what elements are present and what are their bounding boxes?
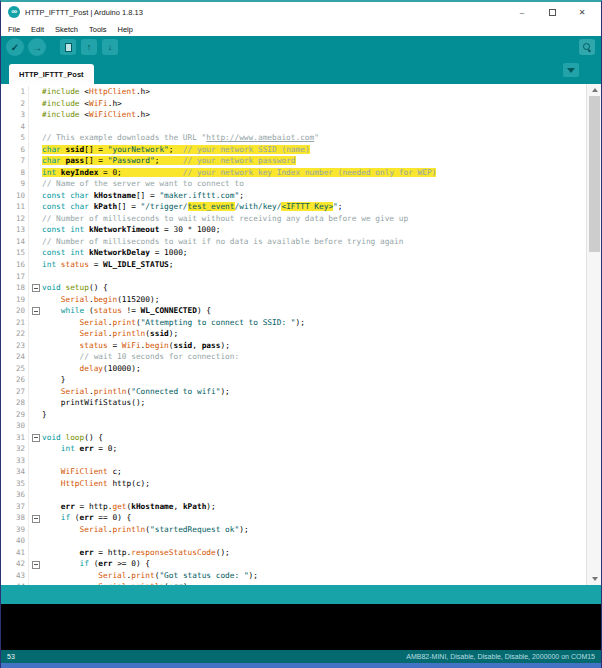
check-icon: ✓ (11, 42, 19, 53)
code-text: // Number of milliseconds to wait if no … (42, 237, 403, 246)
fold-column (28, 86, 42, 98)
code-text: if (err == 0) { (42, 513, 131, 522)
code-text: Serial.println("startedRequest ok"); (42, 525, 249, 534)
minimize-button[interactable]: – (507, 4, 537, 20)
code-text: while (status != WL_CONNECTED) { (42, 306, 211, 315)
arrow-up-icon: ↑ (87, 42, 92, 52)
code-text: Serial.println(ssid); (42, 329, 178, 338)
line-number: 25 (1, 364, 25, 373)
code-line: 26 } (1, 374, 601, 386)
menu-help[interactable]: Help (117, 25, 132, 34)
editor-scrollbar[interactable] (586, 84, 601, 585)
line-number: 41 (1, 548, 25, 557)
open-button[interactable]: ↑ (81, 39, 97, 55)
menu-edit[interactable]: Edit (31, 25, 44, 34)
code-text: } (42, 410, 47, 419)
triangle-up-icon (592, 88, 598, 92)
line-number: 8 (1, 168, 25, 177)
code-line: 6char ssid[] = "yourNetwork"; // your ne… (1, 144, 601, 156)
fold-marker-icon[interactable] (28, 431, 42, 443)
code-text: err = http.get(kHostname, kPath); (42, 502, 216, 511)
tab-bar: HTTP_IFTTT_Post (1, 58, 601, 84)
fold-column (28, 224, 42, 236)
code-line: 37 err = http.get(kHostname, kPath); (1, 501, 601, 513)
scrollbar-up-button[interactable] (587, 84, 601, 96)
fold-column (28, 535, 42, 547)
code-line: 40 (1, 535, 601, 547)
toolbar: ✓ → ↑ ↓ (1, 36, 601, 58)
code-line: 35 HttpClient http(c); (1, 478, 601, 490)
fold-marker-icon[interactable] (28, 282, 42, 294)
line-number: 6 (1, 145, 25, 154)
code-line: 17 (1, 270, 601, 282)
code-text: // wait 10 seconds for connection: (42, 352, 239, 361)
menu-file[interactable]: File (8, 25, 20, 34)
fold-column (28, 213, 42, 225)
window-bottom-border (1, 663, 601, 668)
fold-column (28, 270, 42, 282)
line-number: 4 (1, 122, 25, 131)
line-number: 24 (1, 352, 25, 361)
status-strip (1, 585, 601, 604)
verify-button[interactable]: ✓ (6, 38, 24, 56)
fold-column (28, 478, 42, 490)
fold-column (28, 328, 42, 340)
line-number: 44 (1, 582, 25, 585)
code-line: 4 (1, 121, 601, 133)
scrollbar-thumb[interactable] (589, 96, 600, 252)
board-port-info: AMB82-MINI, Disable, Disable, Disable, 2… (406, 653, 595, 660)
code-line: 8int keyIndex = 0; // your network key I… (1, 167, 601, 179)
code-text: int err = 0; (42, 444, 117, 453)
code-text: Serial.println(err); (42, 582, 192, 585)
menu-sketch[interactable]: Sketch (55, 25, 78, 34)
maximize-button[interactable] (537, 4, 567, 20)
fold-column (28, 155, 42, 167)
fold-column (28, 408, 42, 420)
fold-marker-icon[interactable] (28, 305, 42, 317)
code-line: 39 Serial.println("startedRequest ok"); (1, 524, 601, 536)
code-text: void setup() { (42, 283, 108, 292)
code-text: // Number of milliseconds to wait withou… (42, 214, 408, 223)
fold-column (28, 109, 42, 121)
fold-marker-icon[interactable] (28, 512, 42, 524)
fold-marker-icon[interactable] (28, 558, 42, 570)
code-text: Serial.print("Attempting to connect to S… (42, 318, 305, 327)
code-line: 24 // wait 10 seconds for connection: (1, 351, 601, 363)
line-number: 15 (1, 248, 25, 257)
code-text: status = WiFi.begin(ssid, pass); (42, 341, 230, 350)
line-number: 40 (1, 536, 25, 545)
fold-column (28, 374, 42, 386)
line-number: 33 (1, 456, 25, 465)
maximize-icon (549, 9, 556, 16)
code-text: } (42, 375, 65, 384)
line-number: 12 (1, 214, 25, 223)
code-editor[interactable]: 1#include <HttpClient.h>2#include <WiFi.… (1, 84, 601, 585)
code-text: #include <WiFi.h> (42, 99, 122, 108)
line-number: 39 (1, 525, 25, 534)
code-text: const int kNetworkDelay = 1000; (42, 248, 188, 257)
serial-monitor-button[interactable] (579, 39, 595, 55)
line-number: 28 (1, 398, 25, 407)
save-button[interactable]: ↓ (102, 39, 118, 55)
line-number: 13 (1, 225, 25, 234)
code-text: const char kPath[] = "/trigger/test_even… (42, 202, 343, 211)
line-number: 16 (1, 260, 25, 269)
close-button[interactable]: ✕ (567, 4, 597, 20)
code-line: 43 Serial.print("Got status code: "); (1, 570, 601, 582)
line-number: 2 (1, 99, 25, 108)
upload-button[interactable]: → (28, 38, 46, 56)
code-line: 23 status = WiFi.begin(ssid, pass); (1, 339, 601, 351)
menu-tools[interactable]: Tools (89, 25, 107, 34)
new-sketch-button[interactable] (60, 39, 76, 55)
tab-http-ifttt-post[interactable]: HTTP_IFTTT_Post (9, 64, 94, 84)
line-number: 36 (1, 490, 25, 499)
line-number: 1 (1, 87, 25, 96)
line-number: 42 (1, 559, 25, 568)
tab-list-dropdown-button[interactable] (563, 63, 579, 77)
fold-column (28, 501, 42, 513)
fold-column (28, 247, 42, 259)
scrollbar-down-button[interactable] (587, 573, 601, 585)
new-document-icon (65, 43, 72, 52)
line-number: 21 (1, 318, 25, 327)
fold-column (28, 397, 42, 409)
